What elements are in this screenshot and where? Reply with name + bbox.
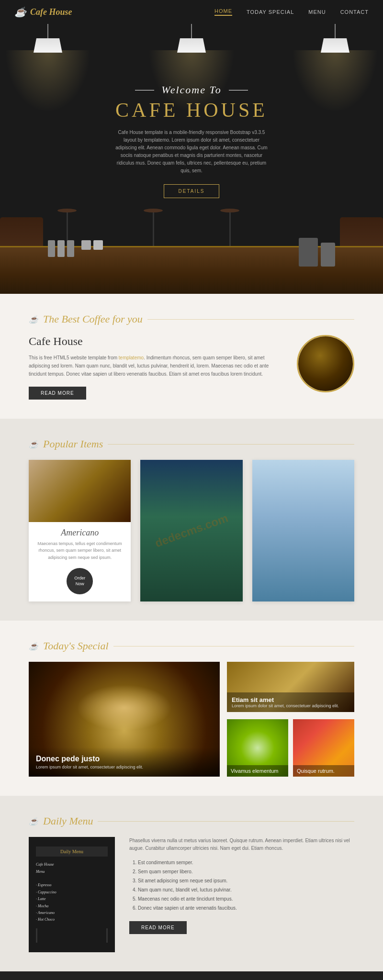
cup-icon-small: ☕ — [29, 315, 38, 324]
small-right-overlay: Quisque rutrum. — [293, 765, 354, 777]
lamp-right — [292, 24, 378, 112]
lamp-left — [5, 24, 91, 112]
special-main-image: Donec pede justo Lorem ipsum dolor sit a… — [29, 662, 220, 777]
about-content-row: Cafe House This is free HTML5 website te… — [29, 335, 354, 400]
templatemo-link[interactable]: templatemo — [119, 355, 144, 360]
mocha-image — [252, 460, 354, 601]
special-right-column: Etiam sit amet Lorem ipsum dolor sit ame… — [227, 662, 354, 777]
special-main-title: Donec pede justo — [36, 755, 213, 763]
read-more-button[interactable]: READ MORE — [29, 387, 86, 400]
special-small-right: Quisque rutrum. — [293, 719, 354, 777]
lamp-light — [5, 50, 91, 112]
menu-description: Phasellus viverra nulla ut metus varius … — [129, 837, 354, 852]
hero-text: Welcome To CAFE HOUSE Cafe House templat… — [115, 84, 268, 198]
special-main-overlay: Donec pede justo Lorem ipsum dolor sit a… — [29, 747, 220, 777]
daily-menu-section: ☕ Daily Menu Daily Menu Cafe HouseMenu ·… — [0, 796, 383, 971]
lamp-cord — [335, 24, 336, 38]
nav-links: HOME TODAY SPECIAL MENU CONTACT — [214, 8, 369, 16]
special-top-overlay: Etiam sit amet Lorem ipsum dolor sit ame… — [227, 692, 354, 712]
order-americano-button[interactable]: OrderNow — [67, 568, 93, 594]
item-card-center: dedecms.com — Sit amet adipiscing sem. M… — [140, 460, 242, 601]
small-left-title: Vivamus elementum — [231, 768, 284, 774]
special-bottom-row: Vivamus elementum Quisque rutrum. — [227, 719, 354, 777]
cafe-bar-scene — [0, 208, 383, 294]
cup-icon-small: ☕ — [29, 817, 38, 826]
cup-icon-small: ☕ — [29, 440, 38, 449]
cup-icon-small: ☕ — [29, 642, 38, 651]
lamp-cord — [191, 24, 192, 38]
todays-special-section: ☕ Today's Special Donec pede justo Lorem… — [0, 621, 383, 796]
menu-list-item: Est condimentum semper. — [138, 858, 354, 867]
stool-seat — [220, 209, 239, 212]
lamp-shade — [177, 38, 206, 53]
lamp-shade — [34, 38, 62, 53]
brand-name: Cafe House — [30, 7, 72, 17]
item-card-mocha: Mocha Maecenas tempus, tellus eget condi… — [252, 460, 354, 601]
special-top-desc: Lorem ipsum dolor sit amet, consectetuer… — [232, 703, 349, 708]
americano-desc: Maecenas tempus, tellus eget condimentum… — [29, 540, 131, 568]
menu-section-title: ☕ Daily Menu — [29, 815, 354, 827]
nav-menu[interactable]: MENU — [308, 9, 326, 15]
details-button[interactable]: DETAILS — [164, 184, 220, 198]
special-grid: Donec pede justo Lorem ipsum dolor sit a… — [29, 662, 354, 777]
hero-description: Cafe House template is a mobile-friendly… — [115, 129, 268, 175]
menu-content: Phasellus viverra nulla ut metus varius … — [129, 837, 354, 934]
popular-section-title: ☕ Popular Items — [29, 438, 354, 450]
small-left-overlay: Vivamus elementum — [227, 765, 288, 777]
nav-today-special[interactable]: TODAY SPECIAL — [247, 9, 294, 15]
menu-board-text: Cafe HouseMenu · Espresso · Cappuccino ·… — [36, 861, 108, 924]
cup-icon: ☕ — [14, 6, 26, 18]
leg-left — [36, 928, 37, 943]
bar-stool-center-left — [144, 209, 163, 246]
stool-leg — [153, 212, 154, 246]
lamp-shade — [321, 38, 349, 53]
about-title: Cafe House — [29, 335, 282, 348]
menu-row: Daily Menu Cafe HouseMenu · Espresso · C… — [29, 837, 354, 952]
menu-board: Daily Menu Cafe HouseMenu · Espresso · C… — [29, 837, 115, 952]
menu-board-title: Daily Menu — [36, 846, 108, 857]
about-image — [297, 335, 354, 392]
bar-stool-center-right — [220, 209, 239, 246]
brand-logo[interactable]: ☕ Cafe House — [14, 6, 72, 18]
about-section: ☕ The Best Coffee for you Cafe House Thi… — [0, 294, 383, 419]
popular-section: ☕ Popular Items Americano Maecenas tempu… — [0, 419, 383, 621]
hero-title: CAFE HOUSE — [115, 99, 268, 122]
americano-name: Americano — [29, 522, 131, 540]
hero-welcome: Welcome To — [115, 84, 268, 96]
americano-image — [29, 460, 131, 522]
menu-list-item: Sem quam semper libero. — [138, 867, 354, 876]
special-top-item: Etiam sit amet Lorem ipsum dolor sit ame… — [227, 662, 354, 712]
menu-list-item: Sit amet adipiscing sem neque sed ipsum. — [138, 876, 354, 885]
navbar: ☕ Cafe House HOME TODAY SPECIAL MENU CON… — [0, 0, 383, 24]
items-grid: Americano Maecenas tempus, tellus eget c… — [29, 460, 354, 601]
about-paragraph: This is free HTML5 website template from… — [29, 354, 282, 378]
special-section-title: ☕ Today's Special — [29, 640, 354, 652]
stool-seat — [57, 209, 77, 212]
menu-read-more-button[interactable]: READ MORE — [129, 921, 187, 934]
bar-counter — [0, 246, 383, 294]
menu-list: Est condimentum semper. Sem quam semper … — [129, 858, 354, 913]
hero-section: Welcome To CAFE HOUSE Cafe House templat… — [0, 24, 383, 294]
coffee-machine-area — [299, 238, 336, 268]
special-small-left: Vivamus elementum — [227, 719, 288, 777]
about-text-area: Cafe House This is free HTML5 website te… — [29, 335, 282, 400]
lamp-cord — [47, 24, 48, 38]
line-decoration — [135, 90, 154, 90]
nav-contact[interactable]: CONTACT — [340, 9, 369, 15]
footer: MAIN MENU HOME ABOUT US DIRECTORY BLOG O… — [0, 971, 383, 980]
item-card-americano: Americano Maecenas tempus, tellus eget c… — [29, 460, 131, 601]
stool-seat — [144, 209, 163, 212]
about-section-title: ☕ The Best Coffee for you — [29, 313, 354, 325]
special-main-desc: Lorem ipsum dolor sit amet, consectetuer… — [36, 765, 213, 769]
menu-list-item: Donec vitae sapien ut ante venenatis fau… — [138, 903, 354, 913]
center-item-image — [140, 460, 242, 601]
bar-items-left — [48, 240, 103, 257]
special-top-title: Etiam sit amet — [232, 696, 349, 703]
leg-right — [106, 928, 108, 943]
menu-board-legs — [36, 924, 108, 943]
nav-home[interactable]: HOME — [214, 8, 232, 16]
coffee-cup-image — [298, 336, 353, 391]
lamp-light — [292, 50, 378, 112]
menu-list-item: Nam quam nunc, blandit vel, luctus pulvi… — [138, 885, 354, 894]
small-right-title: Quisque rutrum. — [297, 768, 350, 774]
